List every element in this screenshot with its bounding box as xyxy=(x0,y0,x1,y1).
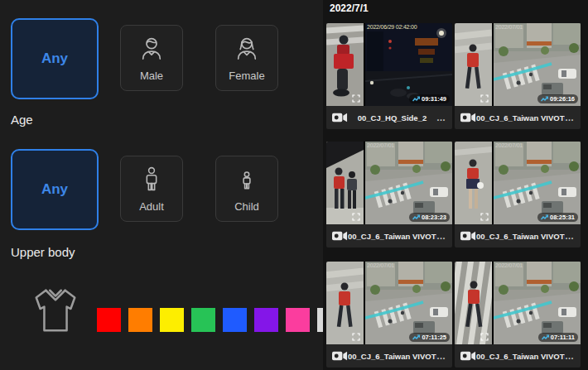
shirt-icon xyxy=(30,281,81,341)
child-icon xyxy=(233,166,261,197)
result-card[interactable]: 2022/07/01 09:26:16 00_CJ_6_Taiwan VIVOT… xyxy=(455,23,581,129)
female-icon xyxy=(233,35,261,66)
more-options-button[interactable]: … xyxy=(565,352,575,360)
person-snapshot-thumbnail[interactable] xyxy=(455,23,492,106)
color-swatch-yellow[interactable] xyxy=(160,308,184,332)
event-time-badge: 09:26:16 xyxy=(537,94,578,103)
person-snapshot-thumbnail[interactable] xyxy=(326,142,364,224)
video-osd-timestamp: 2022/07/01 xyxy=(367,262,394,268)
trend-icon xyxy=(542,334,549,341)
camera-icon xyxy=(332,350,348,362)
camera-icon xyxy=(332,230,348,242)
fullscreen-icon xyxy=(352,213,360,221)
age-option-child[interactable]: Child xyxy=(215,156,278,222)
event-time-badge: 07:11:11 xyxy=(538,333,578,342)
gender-option-male[interactable]: Male xyxy=(120,25,183,91)
color-swatch-orange[interactable] xyxy=(128,308,152,332)
fullscreen-icon xyxy=(480,94,489,103)
more-options-button[interactable]: … xyxy=(436,352,446,360)
scene-thumbnail[interactable]: 2022/07/01 07:11:25 xyxy=(365,262,452,344)
age-adult-label: Adult xyxy=(139,200,164,213)
color-swatch-purple[interactable] xyxy=(254,308,278,332)
more-options-button[interactable]: … xyxy=(565,232,575,240)
result-card[interactable]: 2022/06/29 02:42:00 09:31:49 00_CJ_HQ_Si… xyxy=(326,23,452,129)
person-snapshot-thumbnail[interactable] xyxy=(326,262,364,344)
video-osd-timestamp: 2022/06/29 02:42:00 xyxy=(367,24,417,30)
video-osd-timestamp: 2022/07/01 xyxy=(367,142,394,148)
gender-option-female[interactable]: Female xyxy=(215,25,278,91)
scene-thumbnail[interactable]: 2022/06/29 02:42:00 09:31:49 xyxy=(365,23,452,106)
person-snapshot-thumbnail[interactable] xyxy=(455,262,492,344)
result-card[interactable]: 2022/07/01 07:11:25 00_CJ_6_Taiwan VIVOT… xyxy=(326,262,452,368)
camera-name: 00_CJ_6_Taiwan VIVOTEK HQ_6F xyxy=(348,232,436,241)
camera-icon xyxy=(460,112,476,123)
age-option-any[interactable]: Any xyxy=(11,149,99,230)
male-icon xyxy=(137,35,166,66)
person-snapshot-thumbnail[interactable] xyxy=(455,142,492,224)
app-window: Any Male xyxy=(0,0,588,370)
camera-icon xyxy=(332,112,348,123)
trend-icon xyxy=(412,334,420,341)
result-card[interactable]: 2022/07/01 07:11:11 00_CJ_6_Taiwan VIVOT… xyxy=(455,262,581,368)
event-time-badge: 08:23:23 xyxy=(409,213,450,222)
camera-icon xyxy=(460,350,476,362)
fullscreen-icon xyxy=(352,333,360,341)
upper-body-section-label: Upper body xyxy=(11,245,75,259)
more-options-button[interactable]: … xyxy=(436,232,446,240)
trend-icon xyxy=(541,96,548,103)
camera-name: 00_CJ_6_Taiwan VIVOTEK HQ_6F xyxy=(476,352,565,361)
event-time-badge: 07:11:25 xyxy=(409,333,450,342)
color-swatch-green[interactable] xyxy=(191,308,215,332)
camera-name: 00_CJ_6_Taiwan VIVOTEK HQ_6F xyxy=(476,232,565,241)
age-child-label: Child xyxy=(234,200,259,213)
scene-thumbnail[interactable]: 2022/07/01 07:11:11 xyxy=(494,262,581,344)
more-options-button[interactable]: … xyxy=(565,113,575,122)
person-snapshot-thumbnail[interactable] xyxy=(326,23,364,106)
color-swatch-blue[interactable] xyxy=(223,308,247,332)
scene-thumbnail[interactable]: 2022/07/01 08:25:31 xyxy=(494,142,581,224)
fullscreen-icon xyxy=(480,213,489,221)
video-osd-timestamp: 2022/07/01 xyxy=(495,142,523,148)
search-results-panel: 2022/7/1 2022/06/29 02:42:00 09:31:49 xyxy=(323,0,588,370)
color-swatch-red[interactable] xyxy=(97,308,121,332)
age-section-label: Age xyxy=(11,113,33,127)
camera-name: 00_CJ_HQ_Side_2 xyxy=(348,113,436,123)
result-card[interactable]: 2022/07/01 08:25:31 00_CJ_6_Taiwan VIVOT… xyxy=(455,142,581,247)
result-card[interactable]: 2022/07/01 08:23:23 00_CJ_6_Taiwan VIVOT… xyxy=(326,142,452,247)
gender-male-label: Male xyxy=(140,70,163,82)
results-date-header: 2022/7/1 xyxy=(330,2,369,14)
fullscreen-icon xyxy=(480,333,489,341)
gender-option-any[interactable]: Any xyxy=(11,18,99,99)
video-osd-timestamp: 2022/07/01 xyxy=(495,24,523,30)
trend-icon xyxy=(412,96,420,103)
filter-panel: Any Male xyxy=(0,0,323,370)
color-swatch-white[interactable] xyxy=(317,308,323,332)
camera-name: 00_CJ_6_Taiwan VIVOTEK HQ_6F xyxy=(348,352,436,361)
adult-icon xyxy=(137,166,166,197)
trend-icon xyxy=(412,214,420,221)
age-option-adult[interactable]: Adult xyxy=(120,156,183,222)
trend-icon xyxy=(541,214,548,221)
camera-icon xyxy=(460,230,476,242)
gender-female-label: Female xyxy=(229,70,264,82)
event-time-badge: 08:25:31 xyxy=(537,213,578,222)
event-time-badge: 09:31:49 xyxy=(409,94,450,103)
scene-thumbnail[interactable]: 2022/07/01 09:26:16 xyxy=(494,23,581,106)
upper-body-color-row xyxy=(97,308,323,332)
fullscreen-icon xyxy=(352,94,360,103)
video-osd-timestamp: 2022/07/01 xyxy=(495,262,523,268)
camera-name: 00_CJ_6_Taiwan VIVOTEK HQ_6F xyxy=(476,113,565,123)
color-swatch-pink[interactable] xyxy=(286,308,310,332)
more-options-button[interactable]: … xyxy=(436,113,446,122)
scene-thumbnail[interactable]: 2022/07/01 08:23:23 xyxy=(365,142,452,224)
